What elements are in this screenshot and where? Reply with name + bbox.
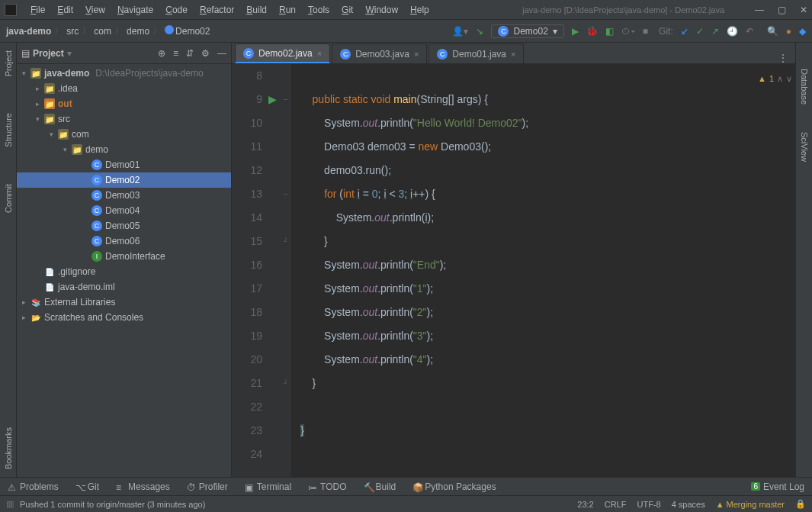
tree-item-src[interactable]: ▾📁src [17,111,231,127]
lock-icon[interactable]: 🔒 [795,499,806,509]
project-tree[interactable]: ▾📁java-demoD:\IdeaProjects\java-demo▸📁.i… [17,64,231,477]
tool-window-icon[interactable]: ▥ [6,499,14,509]
menu-view[interactable]: View [81,3,110,17]
tree-item--span-class-outlbl-out-span-[interactable]: ▸📁out [17,96,231,111]
bottom-tool-git[interactable]: ⌥Git [75,481,99,492]
tree-item-demo04[interactable]: CDemo04 [17,203,231,218]
tool-structure[interactable]: Structure [2,110,14,150]
close-icon[interactable]: ✕ [800,5,807,15]
git-commit-icon[interactable]: ✓ [696,26,704,37]
profiler-icon[interactable]: ⏲▾ [621,26,635,37]
undo-icon[interactable]: ↶ [746,26,753,37]
tree-item--gitignore[interactable]: 📄.gitignore [17,264,231,279]
git-branch-widget[interactable]: ▲ Merging master [716,500,785,509]
class-icon: C [498,26,509,37]
debug-icon[interactable]: 🐞 [586,26,598,37]
inspection-widget[interactable]: ▲ 1 ∧ ∨ [758,67,792,91]
menu-code[interactable]: Code [161,3,192,17]
line-number-gutter[interactable]: 8 9 10 11 12 13 14 15 16 17 18 19 20 21 … [232,64,268,477]
crumb-src[interactable]: src [66,26,79,37]
user-icon[interactable]: 👤▾ [452,26,468,37]
code-text[interactable]: public static void main(String[] args) {… [291,64,795,477]
tree-item-java-demo-iml[interactable]: 📄java-demo.iml [17,279,231,295]
chevron-down-icon[interactable]: ∨ [786,67,792,91]
tree-item-demo03[interactable]: CDemo03 [17,188,231,203]
tree-item-external-libraries[interactable]: ▸📚External Libraries [17,295,231,310]
git-push-icon[interactable]: ↗ [711,26,719,37]
tree-item-com[interactable]: ▾📁com [17,127,231,142]
menu-window[interactable]: Window [361,3,403,17]
settings-icon[interactable]: ⚙ [201,48,210,59]
tool-bookmarks[interactable]: Bookmarks [2,424,14,472]
bottom-tool-build[interactable]: 🔨Build [364,481,396,492]
tree-item-scratches-and-consoles[interactable]: ▸📂Scratches and Consoles [17,310,231,325]
tab-demo01-java[interactable]: CDemo01.java× [428,43,524,63]
tabs-more-icon[interactable]: ⋮ [771,53,795,63]
coverage-icon[interactable]: ◧ [605,26,614,37]
menu-navigate[interactable]: Navigate [113,3,158,17]
indent-settings[interactable]: 4 spaces [672,500,705,509]
chevron-down-icon[interactable]: ▾ [67,48,72,59]
menu-git[interactable]: Git [337,3,358,17]
crumb-com[interactable]: com [94,26,111,37]
bottom-tool-problems[interactable]: ⚠Problems [8,481,59,492]
tree-item-demo05[interactable]: CDemo05 [17,218,231,233]
bottom-tool-messages[interactable]: ≡Messages [116,481,170,492]
tree-item-demointerface[interactable]: IDemoInterface [17,249,231,264]
minimize-icon[interactable]: — [755,5,764,15]
close-tab-icon[interactable]: × [317,49,322,58]
tree-item-demo02[interactable]: CDemo02 [17,172,231,188]
menu-file[interactable]: File [26,3,50,17]
menu-tools[interactable]: Tools [303,3,334,17]
cursor-position[interactable]: 23:2 [577,500,593,509]
crumb-demo[interactable]: demo [127,26,149,37]
menu-refactor[interactable]: Refactor [195,3,239,17]
tree-item-demo01[interactable]: CDemo01 [17,157,231,172]
code-area[interactable]: 8 9 10 11 12 13 14 15 16 17 18 19 20 21 … [232,64,795,477]
tab-demo02-java[interactable]: CDemo02.java× [235,43,330,63]
git-update-icon[interactable]: ↙ [681,26,688,37]
git-history-icon[interactable]: 🕘 [727,26,738,37]
tree-item-demo[interactable]: ▾📁demo [17,142,231,157]
menu-edit[interactable]: Edit [53,3,78,17]
collapse-all-icon[interactable]: ⇵ [186,48,194,59]
chevron-up-icon[interactable]: ∧ [777,67,783,91]
avatar-icon[interactable]: ● [786,26,791,37]
menu-build[interactable]: Build [242,3,271,17]
run-gutter[interactable]: ▶ [268,64,281,477]
chevron-down-icon: ▾ [553,26,557,37]
tree-item-demo06[interactable]: CDemo06 [17,233,231,249]
hide-icon[interactable]: — [217,48,226,59]
tool-commit[interactable]: Commit [2,181,14,216]
crumb-java-demo[interactable]: java-demo [6,26,51,37]
select-opened-file-icon[interactable]: ⊕ [158,48,165,59]
tab-demo03-java[interactable]: CDemo03.java× [332,43,427,63]
file-encoding[interactable]: UTF-8 [637,500,660,509]
bottom-tool-todo[interactable]: ≔TODO [308,481,346,492]
event-log[interactable]: 6Event Log [751,481,804,492]
stop-icon[interactable]: ■ [643,26,648,37]
crumb-demo02[interactable]: Demo02 [165,25,210,37]
run-icon[interactable]: ▶ [572,26,579,37]
line-separator[interactable]: CRLF [605,500,627,509]
fold-gutter[interactable]: − − ┘ ┘ [281,64,291,477]
bottom-tool-python-packages[interactable]: 📦Python Packages [412,481,496,492]
search-icon[interactable]: 🔍 [767,26,778,37]
run-config-selector[interactable]: C Demo02 ▾ [491,24,563,38]
tree-item--idea[interactable]: ▸📁.idea [17,81,231,96]
tool-sciview[interactable]: SciView [798,129,810,165]
ide-features-icon[interactable]: ◆ [799,26,806,37]
menu-run[interactable]: Run [274,3,300,17]
hammer-icon[interactable]: ↘ [476,26,483,37]
expand-all-icon[interactable]: ≡ [173,48,178,59]
tool-database[interactable]: Database [798,66,810,108]
tree-item--b-java-demo-b-[interactable]: ▾📁java-demoD:\IdeaProjects\java-demo [17,66,231,81]
close-tab-icon[interactable]: × [414,50,419,59]
tool-project[interactable]: Project [2,47,14,79]
maximize-icon[interactable]: ▢ [778,5,786,15]
class-icon: C [437,49,448,60]
bottom-tool-terminal[interactable]: ▣Terminal [245,481,291,492]
bottom-tool-profiler[interactable]: ⏱Profiler [187,481,228,492]
close-tab-icon[interactable]: × [511,50,515,59]
menu-help[interactable]: Help [406,3,434,17]
